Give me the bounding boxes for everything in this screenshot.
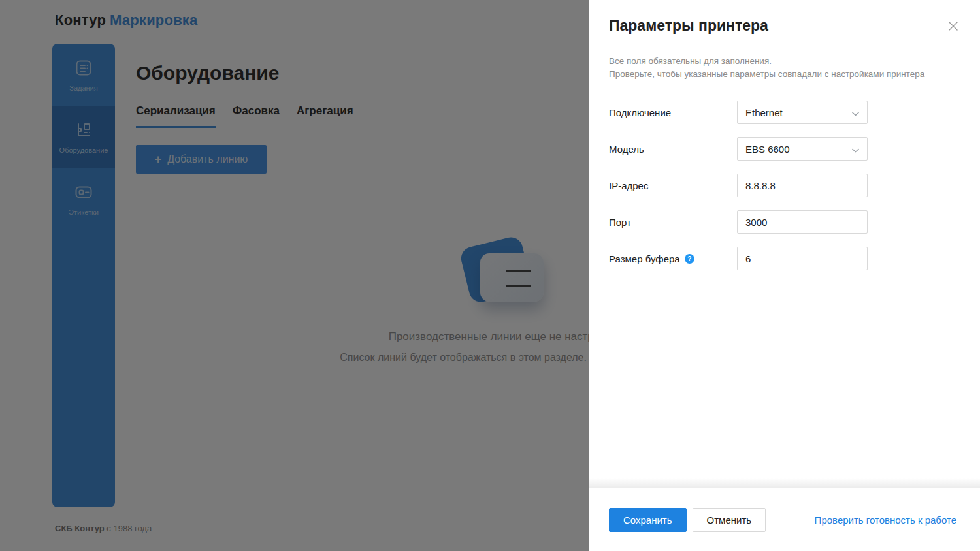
form-row-buffer: Размер буфера ?: [609, 247, 958, 270]
form-row-port: Порт: [609, 210, 958, 234]
ip-label: IP-адрес: [609, 180, 737, 191]
buffer-size-field[interactable]: [737, 247, 868, 270]
connection-select[interactable]: Ethernet: [737, 101, 868, 124]
cancel-button[interactable]: Отменить: [693, 508, 766, 532]
check-readiness-link[interactable]: Проверить готовность к работе: [815, 514, 956, 526]
chevron-down-icon: [852, 144, 859, 155]
modal-title: Параметры принтера: [609, 17, 958, 35]
close-icon[interactable]: [947, 20, 959, 32]
model-select[interactable]: EBS 6600: [737, 137, 868, 161]
app-root: КонтурМаркировка Задания: [0, 0, 980, 551]
chevron-down-icon: [852, 107, 859, 118]
port-field[interactable]: [737, 210, 868, 234]
form-row-ip: IP-адрес: [609, 174, 958, 197]
ip-address-field[interactable]: [737, 174, 868, 197]
note-line-2: Проверьте, чтобы указанные параметры сов…: [609, 68, 958, 81]
save-button[interactable]: Сохранить: [609, 508, 687, 532]
model-select-value: EBS 6600: [745, 144, 790, 155]
printer-params-modal: Параметры принтера Все поля обязательны …: [589, 0, 980, 551]
connection-label: Подключение: [609, 107, 737, 118]
printer-form: Подключение Ethernet Модель EBS 6600: [609, 101, 958, 270]
modal-footer: Сохранить Отменить Проверить готовность …: [589, 488, 980, 551]
form-row-connection: Подключение Ethernet: [609, 101, 958, 124]
form-row-model: Модель EBS 6600: [609, 137, 958, 161]
modal-notes: Все поля обязательны для заполнения. Про…: [609, 55, 958, 81]
buffer-size-label: Размер буфера ?: [609, 253, 737, 264]
connection-select-value: Ethernet: [745, 107, 783, 118]
note-line-1: Все поля обязательны для заполнения.: [609, 55, 958, 68]
help-icon[interactable]: ?: [685, 254, 694, 264]
model-label: Модель: [609, 144, 737, 155]
port-label: Порт: [609, 217, 737, 228]
